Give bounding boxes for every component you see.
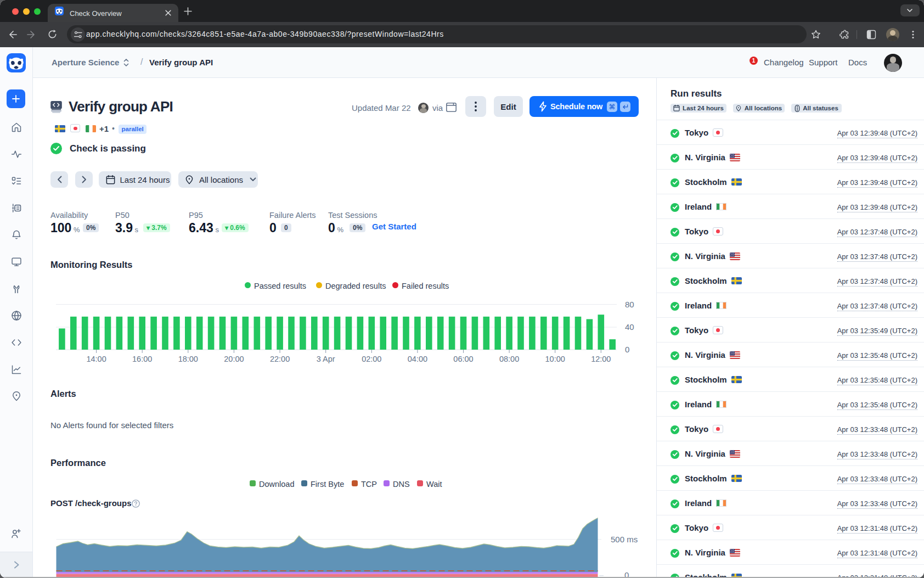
svg-text:22:00: 22:00	[270, 355, 290, 363]
svg-text:40: 40	[625, 322, 634, 332]
svg-text:0: 0	[625, 345, 629, 354]
svg-text:06:00: 06:00	[453, 355, 473, 363]
svg-text:16:00: 16:00	[132, 355, 152, 363]
svg-text:18:00: 18:00	[178, 355, 198, 363]
svg-text:04:00: 04:00	[408, 355, 427, 363]
svg-text:3 Apr: 3 Apr	[317, 355, 335, 363]
svg-text:02:00: 02:00	[362, 355, 381, 363]
svg-text:14:00: 14:00	[86, 355, 106, 363]
svg-text:500 ms: 500 ms	[611, 535, 638, 544]
svg-text:10:00: 10:00	[545, 355, 565, 363]
svg-text:80: 80	[625, 301, 634, 309]
svg-text:12:00: 12:00	[591, 355, 611, 363]
svg-text:08:00: 08:00	[499, 355, 519, 363]
svg-text:20:00: 20:00	[224, 355, 244, 363]
